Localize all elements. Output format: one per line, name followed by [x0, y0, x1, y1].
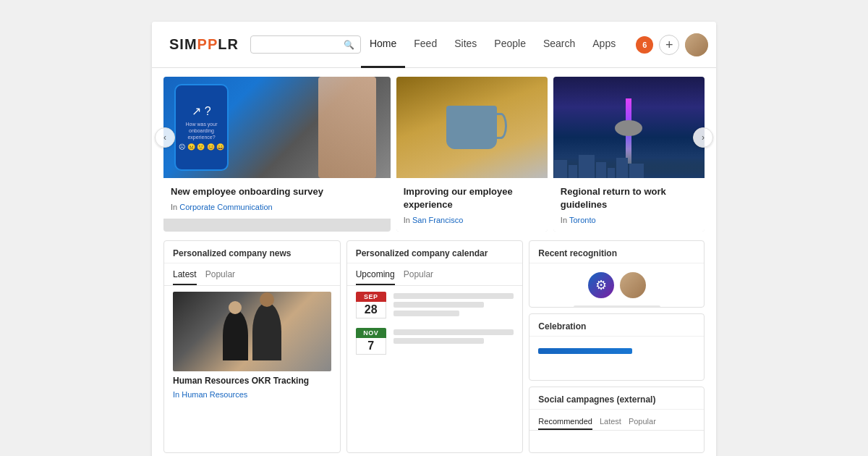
- building-7: [629, 164, 644, 178]
- building-1: [554, 160, 567, 178]
- news-image-inner: [173, 292, 331, 371]
- social-header: Social campagnes (external): [529, 387, 704, 410]
- recognition-card: Recent recognition ⚙ Give recognition: [529, 240, 705, 308]
- cal-day-1: 28: [356, 302, 386, 318]
- person-2-silhouette: [252, 303, 281, 360]
- calendar-tab-popular[interactable]: Popular: [404, 266, 433, 285]
- carousel-slide-3[interactable]: Regional return to work guidelines In To…: [553, 77, 705, 232]
- nav-feed[interactable]: Feed: [405, 22, 446, 68]
- survey-text: How was your onboarding experience?: [179, 121, 224, 140]
- carousel-slide-2[interactable]: Improving our employee experience In San…: [396, 77, 548, 232]
- news-title: Human Resources OKR Tracking: [173, 376, 331, 387]
- people-silhouette: [223, 303, 281, 360]
- calendar-header: Personalized company calendar: [347, 241, 523, 263]
- carousel-next-button[interactable]: ›: [693, 127, 713, 148]
- news-card: Personalized company news Latest Popular: [163, 240, 341, 453]
- search-bar[interactable]: 🔍: [250, 35, 361, 54]
- slide-1-caption: New employee onboarding survey In Corpor…: [163, 178, 391, 219]
- cal-date-1: SEP 28: [356, 292, 386, 318]
- recog-avatar-1: ⚙: [588, 272, 614, 298]
- social-tab-recommended[interactable]: Recommended: [538, 414, 592, 430]
- calendar-entry-2: NOV 7: [356, 328, 514, 355]
- nav-apps[interactable]: Apps: [584, 22, 624, 68]
- user-avatar[interactable]: [685, 33, 708, 56]
- phone-graphic: ↗ ? How was your onboarding experience? …: [174, 84, 229, 171]
- main-nav: Home Feed Sites People Search Apps: [361, 22, 624, 68]
- slide-2-title: Improving our employee experience: [404, 185, 540, 211]
- cal-month-2: NOV: [356, 328, 386, 338]
- slide-3-category: In Toronto: [561, 216, 697, 224]
- social-tab-popular[interactable]: Popular: [629, 414, 656, 430]
- cal-lines-2: [393, 328, 514, 347]
- slide-2-caption: Improving our employee experience In San…: [396, 178, 548, 232]
- slide-1-title: New employee onboarding survey: [171, 185, 383, 198]
- building-5: [608, 168, 615, 178]
- recognition-header: Recent recognition: [529, 241, 704, 263]
- carousel-slide-1[interactable]: ↗ ? How was your onboarding experience? …: [163, 77, 391, 232]
- nav-people[interactable]: People: [485, 22, 535, 68]
- avatar-image: [685, 33, 708, 56]
- slide-1-category-link[interactable]: Corporate Communication: [179, 203, 272, 211]
- nav-search[interactable]: Search: [535, 22, 584, 68]
- notification-badge[interactable]: 6: [636, 36, 653, 54]
- header-actions: 6 +: [636, 33, 708, 56]
- celebration-content: [529, 337, 704, 360]
- social-tabs: Recommended Latest Popular: [529, 410, 704, 431]
- cal-month-1: SEP: [356, 292, 386, 302]
- building-2: [569, 165, 577, 178]
- cityscape-graphic: [553, 149, 705, 178]
- calendar-tabs: Upcoming Popular: [347, 263, 523, 286]
- building-3: [579, 155, 595, 178]
- news-category-link[interactable]: Human Resources: [182, 390, 247, 399]
- search-input[interactable]: [257, 39, 344, 50]
- recognition-avatars: ⚙: [538, 272, 695, 298]
- slide-3-caption: Regional return to work guidelines In To…: [553, 178, 705, 232]
- search-icon: 🔍: [344, 40, 354, 50]
- calendar-card: Personalized company calendar Upcoming P…: [346, 240, 524, 453]
- news-tab-popular[interactable]: Popular: [205, 266, 235, 285]
- slide-3-category-link[interactable]: Toronto: [569, 216, 596, 224]
- cal-lines-1: [393, 292, 514, 319]
- cal-date-2: NOV 7: [356, 328, 386, 355]
- calendar-tab-upcoming[interactable]: Upcoming: [356, 266, 395, 285]
- carousel-slides: ↗ ? How was your onboarding experience? …: [163, 77, 705, 232]
- recognition-body: ⚙ Give recognition: [529, 263, 704, 308]
- recog-avatar-2: [620, 272, 646, 298]
- cal-line-2b: [393, 338, 484, 344]
- right-column: Recent recognition ⚙ Give recognition: [529, 240, 705, 453]
- phone-icons: ↗ ?: [192, 104, 210, 118]
- logo: SIMPPLR: [169, 36, 239, 53]
- cal-line-2a: [393, 329, 514, 335]
- slide-2-category-link[interactable]: San Francisco: [412, 216, 463, 224]
- cal-line-1b: [393, 302, 484, 308]
- hero-carousel: ‹ ↗ ? How was your onboarding experience…: [152, 68, 716, 232]
- header: SIMPPLR 🔍 Home Feed Sites People Search …: [152, 22, 716, 68]
- calendar-entry-1: SEP 28: [356, 292, 514, 319]
- carousel-prev-button[interactable]: ‹: [155, 127, 175, 148]
- cal-line-1a: [393, 293, 514, 299]
- news-image: [173, 292, 331, 371]
- building-4: [596, 162, 606, 178]
- nav-sites[interactable]: Sites: [446, 22, 485, 68]
- person-1-silhouette: [223, 310, 248, 360]
- nav-home[interactable]: Home: [361, 22, 405, 68]
- slide-3-image: [553, 77, 705, 178]
- celebration-card: Celebration: [529, 313, 705, 381]
- celebration-header: Celebration: [529, 314, 704, 337]
- add-button[interactable]: +: [659, 35, 679, 55]
- cal-line-1c: [393, 311, 460, 316]
- calendar-content: SEP 28 NOV 7: [347, 286, 523, 369]
- news-tab-latest[interactable]: Latest: [173, 266, 197, 285]
- news-category: In Human Resources: [173, 390, 331, 399]
- slide-1-category: In Corporate Communication: [171, 203, 383, 211]
- slide-3-title: Regional return to work guidelines: [561, 185, 697, 211]
- social-tab-latest[interactable]: Latest: [600, 414, 621, 430]
- slide-2-category: In San Francisco: [404, 216, 540, 224]
- emoji-row: ☹ 😐 🙂 😊 😄: [179, 143, 224, 151]
- slide-1-image: ↗ ? How was your onboarding experience? …: [163, 77, 391, 178]
- slide-2-image: [396, 77, 548, 178]
- news-tabs: Latest Popular: [164, 263, 340, 286]
- recognition-lines: [538, 305, 695, 308]
- building-6: [616, 158, 628, 178]
- news-header: Personalized company news: [164, 241, 340, 263]
